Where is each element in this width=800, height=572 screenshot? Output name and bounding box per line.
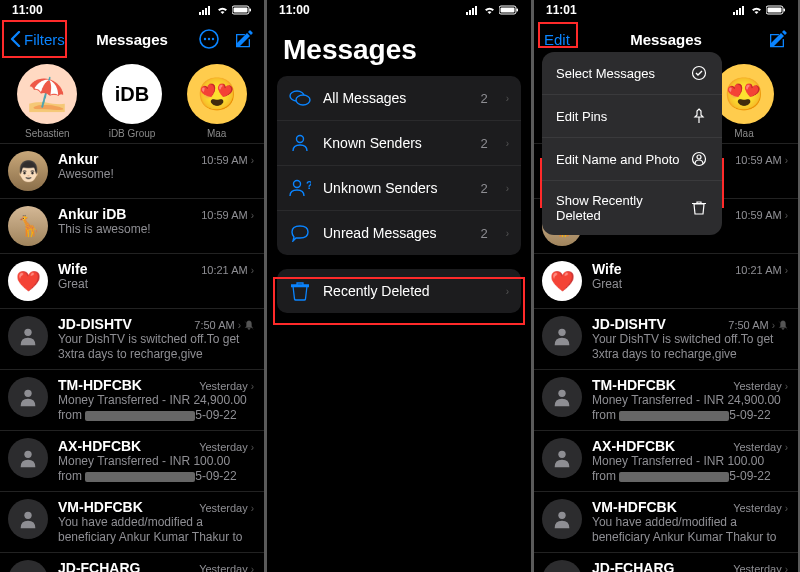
avatar: ❤️: [542, 261, 582, 301]
chevron-right-icon: ›: [251, 381, 254, 392]
avatar: [8, 316, 48, 356]
convo-time: Yesterday ›: [733, 380, 788, 392]
battery-icon: [766, 5, 786, 15]
svg-point-45: [558, 451, 565, 458]
chevron-right-icon: ›: [251, 210, 254, 221]
convo-preview: Your DishTV is switched off.To get 3xtra…: [592, 332, 788, 362]
filter-row[interactable]: Unread Messages2›: [277, 211, 521, 255]
check-circle-icon: [690, 64, 708, 82]
svg-rect-5: [234, 8, 248, 13]
menu-item[interactable]: Select Messages: [542, 52, 722, 95]
filter-label: Known Senders: [323, 135, 468, 151]
convo-time: 7:50 AM ›: [194, 319, 254, 331]
conversation-row[interactable]: TM-HDFCBKYesterday › Money Transferred -…: [0, 369, 264, 430]
convo-preview: Awesome!: [58, 167, 254, 182]
convo-preview: Money Transferred - INR 24,900.00 from 5…: [592, 393, 788, 423]
screen-edit-menu: 11:01 Edit Messages 😍 Maa 👨🏻Ankur10:59 A…: [534, 0, 798, 572]
convo-preview: Money Transferred - INR 100.00 from 5-09…: [58, 454, 254, 484]
chevron-right-icon: ›: [251, 503, 254, 514]
chevron-right-icon: ›: [251, 442, 254, 453]
conversation-row[interactable]: ❤️Wife10:21 AM › Great: [534, 253, 798, 308]
avatar: [542, 499, 582, 539]
convo-name: Wife: [592, 261, 621, 277]
screen-filters: 11:00 Messages All Messages2›Known Sende…: [267, 0, 531, 572]
menu-item[interactable]: Edit Pins: [542, 95, 722, 138]
more-icon[interactable]: [198, 28, 220, 50]
convo-time: Yesterday ›: [199, 380, 254, 392]
filter-row[interactable]: Known Senders2›: [277, 121, 521, 166]
convo-name: JD-FCHARG: [58, 560, 140, 572]
conversation-row[interactable]: AX-HDFCBKYesterday › Money Transferred -…: [0, 430, 264, 491]
svg-rect-42: [783, 39, 784, 47]
pinned-contact[interactable]: iDBiDB Group: [93, 64, 172, 139]
menu-label: Edit Pins: [556, 109, 607, 124]
conversation-row[interactable]: VM-HDFCBKYesterday › You have added/modi…: [0, 491, 264, 552]
convo-preview: Money Transferred - INR 100.00 from 5-09…: [592, 454, 788, 484]
conversation-row[interactable]: AX-HDFCBKYesterday › Money Transferred -…: [534, 430, 798, 491]
conversation-row[interactable]: JD-FCHARGYesterday › Hi Ankur, Rs.1000.0…: [534, 552, 798, 572]
menu-item[interactable]: Edit Name and Photo: [542, 138, 722, 181]
back-button[interactable]: Filters: [10, 31, 65, 48]
pin-icon: [690, 107, 708, 125]
svg-rect-34: [739, 8, 741, 15]
svg-point-46: [558, 512, 565, 519]
avatar: ⛱️: [17, 64, 77, 124]
svg-rect-39: [770, 34, 779, 35]
conversation-row[interactable]: 👨🏻Ankur10:59 AM › Awesome!: [0, 143, 264, 198]
compose-icon[interactable]: [768, 29, 788, 49]
trash-icon: [690, 199, 708, 217]
svg-rect-11: [236, 34, 245, 35]
menu-label: Select Messages: [556, 66, 655, 81]
convo-name: VM-HDFCBK: [58, 499, 143, 515]
chevron-right-icon: ›: [772, 320, 775, 331]
status-bar: 11:01: [534, 0, 798, 20]
chevron-right-icon: ›: [251, 155, 254, 166]
pinned-contact[interactable]: 😍Maa: [177, 64, 256, 139]
screen-messages-list: 11:00 Filters Messages ⛱️SebastieniDBiDB…: [0, 0, 264, 572]
pinned-contact[interactable]: ⛱️Sebastien: [8, 64, 87, 139]
filter-count: 2: [480, 226, 487, 241]
filter-count: 2: [480, 91, 487, 106]
svg-point-28: [296, 95, 310, 105]
avatar: [8, 560, 48, 572]
convo-preview: You have added/modified a beneficiary An…: [58, 515, 254, 545]
filter-group-main: All Messages2›Known Senders2›?Unknown Se…: [277, 76, 521, 255]
conversation-row[interactable]: JD-DISHTV7:50 AM › Your DishTV is switch…: [534, 308, 798, 369]
svg-rect-3: [208, 6, 210, 15]
filter-row[interactable]: ?Unknown Senders2›: [277, 166, 521, 211]
svg-point-15: [24, 329, 31, 336]
convo-preview: Great: [58, 277, 254, 292]
avatar: 👨🏻: [8, 151, 48, 191]
avatar: [8, 438, 48, 478]
svg-point-17: [24, 451, 31, 458]
battery-icon: [499, 5, 519, 15]
conversation-row[interactable]: 🦒Ankur iDB10:59 AM › This is awesome!: [0, 198, 264, 253]
avatar: ❤️: [8, 261, 48, 301]
conversation-row[interactable]: ❤️Wife10:21 AM › Great: [0, 253, 264, 308]
svg-rect-22: [472, 8, 474, 15]
convo-name: AX-HDFCBK: [592, 438, 675, 454]
trash-icon: [289, 280, 311, 302]
conversation-row[interactable]: TM-HDFCBKYesterday › Money Transferred -…: [534, 369, 798, 430]
svg-point-29: [297, 136, 304, 143]
conversation-row[interactable]: VM-HDFCBKYesterday › You have added/modi…: [534, 491, 798, 552]
svg-point-9: [208, 38, 210, 40]
conversation-row[interactable]: JD-DISHTV7:50 AM › Your DishTV is switch…: [0, 308, 264, 369]
filter-recently-deleted[interactable]: Recently Deleted ›: [277, 269, 521, 313]
status-bar: 11:00: [0, 0, 264, 20]
filter-row[interactable]: All Messages2›: [277, 76, 521, 121]
person-icon: [289, 132, 311, 154]
svg-rect-26: [517, 9, 519, 12]
filter-label: Recently Deleted: [323, 283, 494, 299]
pin-label: Sebastien: [25, 128, 69, 139]
convo-name: JD-FCHARG: [592, 560, 674, 572]
compose-icon[interactable]: [234, 29, 254, 49]
svg-point-50: [697, 155, 701, 159]
menu-item[interactable]: Show Recently Deleted: [542, 181, 722, 235]
chevron-right-icon: ›: [506, 138, 509, 149]
svg-point-18: [24, 512, 31, 519]
svg-rect-38: [784, 9, 786, 12]
conversation-row[interactable]: JD-FCHARGYesterday › Hi Ankur, Rs.1000.0…: [0, 552, 264, 572]
edit-button[interactable]: Edit: [544, 31, 570, 48]
svg-point-44: [558, 390, 565, 397]
